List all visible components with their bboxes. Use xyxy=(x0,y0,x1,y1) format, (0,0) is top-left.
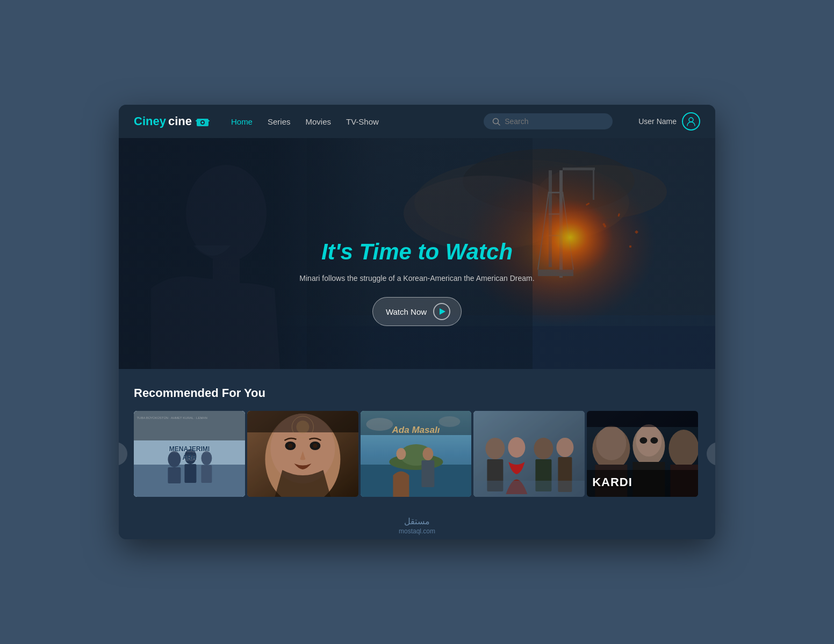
svg-rect-4 xyxy=(208,120,210,121)
svg-rect-3 xyxy=(196,120,197,121)
user-avatar xyxy=(682,112,700,131)
play-circle xyxy=(433,303,450,320)
movie-card-4[interactable] xyxy=(473,411,585,497)
recommended-section: Recommended For You ‹ xyxy=(119,369,715,508)
search-input[interactable] xyxy=(505,117,601,126)
navbar: Cineycine Home Series Movies TV-Show Us xyxy=(119,105,715,138)
card-1-title: MENAJERIMIARA xyxy=(169,445,210,462)
recommended-title: Recommended For You xyxy=(134,386,700,400)
svg-point-7 xyxy=(689,118,693,122)
hero-title: It's Time to Watch xyxy=(256,240,578,264)
user-area[interactable]: User Name xyxy=(638,112,700,131)
watch-now-button[interactable]: Watch Now xyxy=(372,297,462,326)
card-5-title: KARDI xyxy=(592,475,632,490)
hero-content: It's Time to Watch Minari follows the st… xyxy=(256,240,578,326)
user-name-label: User Name xyxy=(638,117,677,126)
movie-card-1[interactable]: TUBA BÜYÜKÜSTÜN · AHMET KURAL · LEMAN ME… xyxy=(134,411,245,497)
nav-series[interactable]: Series xyxy=(268,117,291,126)
watermark-arabic-text: مستقل xyxy=(119,516,715,526)
user-icon xyxy=(686,116,696,127)
card-3-title: Ada Masalı xyxy=(366,424,466,436)
search-icon xyxy=(492,118,500,126)
card-3-overlay xyxy=(361,411,472,497)
play-icon xyxy=(440,308,445,315)
movie-card-3[interactable]: Ada Masalı xyxy=(361,411,472,497)
nav-home[interactable]: Home xyxy=(231,117,253,126)
logo-text-cine: cine xyxy=(168,114,192,128)
browser-window: Cineycine Home Series Movies TV-Show Us xyxy=(119,105,715,539)
carousel-track: TUBA BÜYÜKÜSTÜN · AHMET KURAL · LEMAN ME… xyxy=(134,411,700,497)
svg-line-6 xyxy=(498,123,500,125)
movie-card-2[interactable] xyxy=(247,411,358,497)
logo-icon xyxy=(196,115,210,127)
logo-text-ciney: Ciney xyxy=(134,114,166,128)
card-4-overlay xyxy=(473,411,585,497)
watch-now-label: Watch Now xyxy=(386,307,427,316)
movie-card-5[interactable]: KARDI xyxy=(587,411,698,497)
carousel-wrapper: ‹ xyxy=(134,411,700,497)
carousel-prev-button[interactable]: ‹ xyxy=(119,442,127,466)
nav-movies[interactable]: Movies xyxy=(306,117,332,126)
hero-section: It's Time to Watch Minari follows the st… xyxy=(119,138,715,369)
svg-point-2 xyxy=(202,121,204,124)
logo[interactable]: Cineycine xyxy=(134,114,210,128)
nav-links: Home Series Movies TV-Show xyxy=(231,117,466,126)
watermark-latin-text: mostaql.com xyxy=(119,527,715,535)
footer-watermark: مستقل mostaql.com xyxy=(119,508,715,539)
search-bar[interactable] xyxy=(484,113,613,129)
carousel-next-button[interactable]: › xyxy=(707,442,715,466)
nav-tvshow[interactable]: TV-Show xyxy=(346,117,379,126)
hero-description: Minari follows the struggle of a Korean-… xyxy=(256,272,578,284)
card-2-overlay xyxy=(247,411,358,497)
